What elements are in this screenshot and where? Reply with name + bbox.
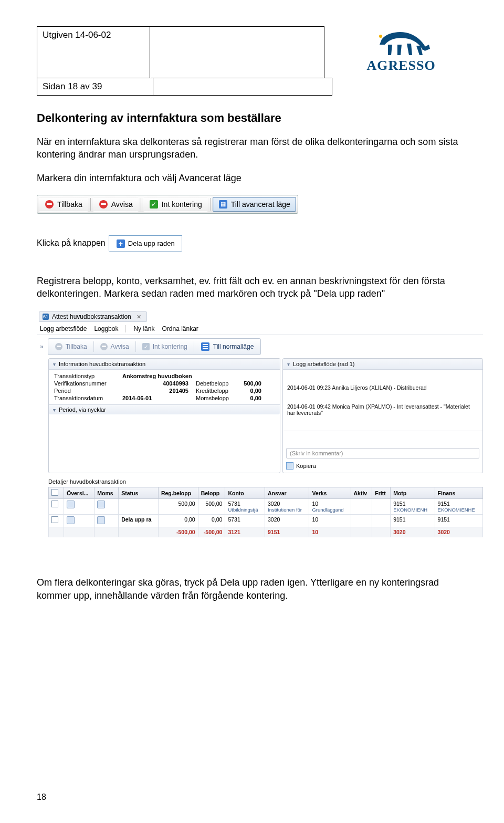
details-title: Detaljer huvudbokstransaktion — [48, 478, 483, 485]
till-av-label: Till avancerat läge — [231, 200, 290, 209]
col-regbel[interactable]: Reg.belopp — [158, 487, 198, 499]
window-tab[interactable]: 61 Attest huvudbokstransaktion ✕ — [39, 311, 147, 322]
check-icon: ✓ — [149, 200, 159, 209]
avvisa-button[interactable]: Avvisa — [93, 197, 139, 212]
row-checkbox[interactable] — [51, 516, 58, 523]
menu-logg[interactable]: Logg arbetsflöde — [40, 325, 87, 332]
header-empty-top — [150, 26, 324, 78]
plus-icon: + — [116, 239, 125, 248]
intkontering-button[interactable]: ✓ Int kontering — [143, 197, 208, 212]
dela-upp-label: Dela upp raden — [128, 239, 175, 247]
moms-icon[interactable] — [97, 516, 105, 524]
overview-icon[interactable] — [67, 516, 75, 524]
details-grid: Översi... Moms Status Reg.belopp Belopp … — [48, 487, 483, 537]
info-label: Momsbelopp — [196, 395, 238, 401]
dela-upp-mini-toolbar: + Dela upp raden — [109, 235, 182, 252]
col-status[interactable]: Status — [119, 487, 159, 499]
period-text: Period, via nycklar — [59, 407, 106, 413]
header-empty-bot — [153, 78, 332, 96]
info-hd: Information huvudbokstransaktion — [59, 361, 145, 367]
logo-text: AGRESSO — [366, 58, 435, 74]
info-value: 2014-06-01 — [122, 395, 196, 401]
tab-title: Attest huvudbokstransaktion — [52, 313, 131, 320]
toolbar-main: Tillbaka Avvisa ✓ Int kontering ▦ Till a… — [37, 195, 298, 214]
tillbaka2-label: Tillbaka — [66, 343, 87, 350]
separator — [141, 198, 141, 211]
kopiera-button[interactable]: Kopiera — [286, 462, 479, 470]
chevron-down-icon[interactable]: ▾ — [287, 361, 290, 367]
back-icon — [55, 343, 62, 350]
expand-icon[interactable]: » — [38, 338, 46, 355]
menu-nylank[interactable]: Ny länk — [133, 325, 154, 332]
table-row[interactable]: Dela upp ra0,000,00573130201091519151 — [49, 515, 483, 527]
intkont2-label: Int kontering — [153, 343, 187, 350]
col-oversi[interactable]: Översi... — [64, 487, 94, 499]
till-avancerat-button[interactable]: ▦ Till avancerat läge — [213, 197, 296, 212]
comment-placeholder: (Skriv in kommentar) — [290, 450, 343, 456]
log-line: 2014-06-01 09:23 Annika Liljeros (XLILAN… — [287, 384, 478, 391]
kopiera-label: Kopiera — [296, 463, 316, 469]
menu-ordna[interactable]: Ordna länkar — [162, 325, 198, 332]
separator — [194, 341, 194, 352]
menu-sep — [125, 325, 126, 332]
klicka-text: Klicka på knappen — [37, 238, 106, 248]
chevron-down-icon[interactable]: ▾ — [53, 361, 56, 367]
info-value: Ankomstreg huvudboken — [122, 373, 196, 379]
close-tab-icon[interactable]: ✕ — [136, 314, 141, 320]
separator — [135, 341, 136, 352]
separator — [90, 198, 91, 211]
app-screenshot: 61 Attest huvudbokstransaktion ✕ Logg ar… — [37, 310, 483, 537]
info-value: 201405 — [122, 388, 196, 394]
info-pane: ▾ Information huvudbokstransaktion Trans… — [48, 358, 280, 473]
col-konto[interactable]: Konto — [225, 487, 265, 499]
issued-text: Utgiven 14-06-02 — [43, 30, 111, 40]
avvisa-label: Avvisa — [111, 200, 133, 209]
reject-icon — [99, 200, 108, 209]
toolbar-secondary: Tillbaka Avvisa ✓ Int kontering Till nor… — [48, 338, 261, 355]
col-motp[interactable]: Motp — [391, 487, 435, 499]
status-text: Dela upp ra — [121, 516, 151, 523]
table-row[interactable]: 500,00500,005731Utbildningstjä3020Instit… — [49, 499, 483, 515]
col-belopp[interactable]: Belopp — [198, 487, 225, 499]
tillbaka-button[interactable]: Tillbaka — [39, 197, 88, 212]
dela-upp-button[interactable]: + Dela upp raden — [111, 237, 180, 250]
intkont-label: Int kontering — [162, 200, 202, 209]
paragraph-1: När en internfaktura ska delkonteras så … — [37, 136, 472, 161]
col-ansvar[interactable]: Ansvar — [265, 487, 309, 499]
tillbaka-label: Tillbaka — [57, 200, 82, 209]
period-bar[interactable]: ▾ Period, via nycklar — [49, 404, 280, 414]
table-row[interactable]: -500,00-500,00312191511030203020 — [49, 527, 483, 537]
row-checkbox[interactable] — [51, 501, 58, 507]
col-moms[interactable]: Moms — [94, 487, 119, 499]
col-finans[interactable]: Finans — [435, 487, 482, 499]
overview-icon[interactable] — [67, 501, 75, 508]
header-checkbox[interactable] — [51, 489, 58, 496]
info-value: 0,00 — [238, 388, 261, 394]
info-value: 0,00 — [238, 395, 261, 401]
col-aktiv[interactable]: Aktiv — [351, 487, 372, 499]
header-issued: Utgiven 14-06-02 — [37, 26, 150, 78]
info-label: Transaktionstyp — [54, 373, 122, 379]
list-icon — [201, 342, 210, 351]
moms-icon[interactable] — [97, 501, 105, 508]
menubar: Logg arbetsflöde Loggbok Ny länk Ordna l… — [37, 323, 483, 335]
paragraph-4: Om flera delkonteringar ska göras, tryck… — [37, 576, 472, 602]
col-fritt[interactable]: Fritt — [372, 487, 391, 499]
intkont2-button[interactable]: ✓ Int kontering — [137, 341, 193, 352]
info-label: Verifikationsnummer — [54, 380, 122, 387]
page-number: 18 — [37, 793, 46, 802]
menu-loggbok[interactable]: Loggbok — [94, 325, 118, 332]
col-verks[interactable]: Verks — [309, 487, 351, 499]
header-page: Sidan 18 av 39 — [37, 78, 153, 96]
tillbaka2-button[interactable]: Tillbaka — [50, 341, 92, 352]
tillnorm-button[interactable]: Till normalläge — [195, 340, 259, 353]
log-content: 2014-06-01 09:23 Annika Liljeros (XLILAN… — [283, 370, 482, 431]
log-pane: ▾ Logg arbetsflöde (rad 1) 2014-06-01 09… — [282, 358, 483, 473]
log-hd: Logg arbetsflöde (rad 1) — [293, 361, 354, 367]
comment-input[interactable]: (Skriv in kommentar) — [286, 448, 479, 459]
avvisa2-button[interactable]: Avvisa — [95, 341, 134, 352]
page-of-text: Sidan 18 av 39 — [43, 81, 102, 91]
back-icon — [45, 200, 54, 209]
bull-icon — [372, 29, 430, 58]
tillnorm-label: Till normalläge — [213, 343, 254, 350]
